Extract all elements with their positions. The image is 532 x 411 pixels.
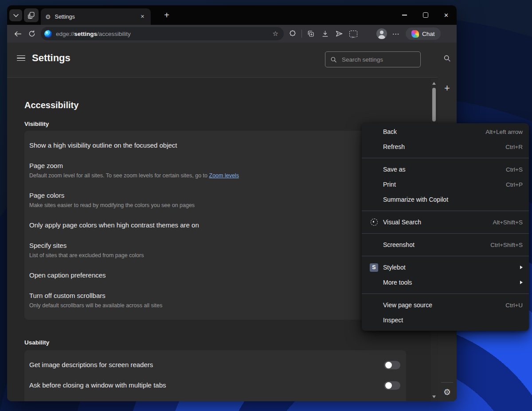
share-icon xyxy=(364,30,372,38)
collections-button[interactable] xyxy=(304,27,318,40)
setting-description: Default zoom level for all sites. To see… xyxy=(29,172,239,180)
menu-item-shortcut: Ctrl+U xyxy=(505,302,523,309)
url-path: /accessibility xyxy=(97,31,131,37)
tab-close-icon[interactable]: ✕ xyxy=(139,13,146,20)
setting-row[interactable]: Get image descriptions for screen reader… xyxy=(24,355,406,375)
refresh-button[interactable] xyxy=(25,27,39,40)
menu-item-more-tools[interactable]: More tools xyxy=(362,275,529,290)
refresh-icon xyxy=(28,30,35,37)
setting-title: Ask before closing a window with multipl… xyxy=(29,381,166,390)
scroll-down-arrow-icon[interactable] xyxy=(432,395,436,398)
menu-item-back[interactable]: Back Alt+Left arrow xyxy=(362,124,529,139)
tab-actions-menu-button[interactable] xyxy=(9,9,22,21)
setting-row[interactable]: Specify sites List of sites that are exc… xyxy=(24,235,406,265)
url-host: settings xyxy=(74,31,97,37)
address-bar[interactable]: edge://settings/accessibility ☆ xyxy=(41,27,284,40)
search-icon xyxy=(443,55,451,62)
setting-row[interactable]: Only apply page colors when high contras… xyxy=(24,215,406,235)
menu-item-inspect[interactable]: Inspect xyxy=(362,313,529,328)
description-text: Default zoom level for all sites. To see… xyxy=(29,172,209,179)
minimize-icon xyxy=(402,15,407,15)
section-heading-usability: Usability xyxy=(24,339,49,346)
setting-row[interactable]: Page zoom Default zoom level for all sit… xyxy=(24,156,406,185)
setting-title: Page zoom xyxy=(29,161,239,170)
maximize-icon xyxy=(423,12,428,18)
web-capture-button[interactable]: ✂ xyxy=(346,27,360,40)
setting-row[interactable]: Open caption preferences xyxy=(24,265,406,286)
menu-item-screenshot[interactable]: Screenshot Ctrl+Shift+S xyxy=(362,237,529,252)
settings-and-more-button[interactable]: ⋯ xyxy=(389,27,403,40)
zoom-levels-link[interactable]: Zoom levels xyxy=(209,172,239,179)
new-tab-button[interactable]: + xyxy=(160,9,173,21)
setting-row[interactable] xyxy=(24,395,406,401)
menu-item-save-as[interactable]: Save as Ctrl+S xyxy=(362,162,529,177)
url-text[interactable]: edge://settings/accessibility xyxy=(56,31,131,37)
submenu-arrow-icon xyxy=(520,281,523,284)
send-button[interactable] xyxy=(332,27,346,40)
downloads-button[interactable] xyxy=(318,27,332,40)
menu-item-shortcut: Alt+Left arrow xyxy=(485,129,523,135)
extensions-button[interactable] xyxy=(286,27,300,40)
menu-item-summarize-with-copilot[interactable]: Summarize with Copilot xyxy=(362,192,529,207)
menu-item-label: More tools xyxy=(383,279,412,286)
setting-row[interactable]: Page colors Make sites easier to read by… xyxy=(24,185,406,215)
setting-row[interactable]: Ask before closing a window with multipl… xyxy=(24,375,406,395)
stylebot-badge: S xyxy=(370,263,378,272)
chat-label: Chat xyxy=(422,31,435,37)
scroll-up-arrow-icon[interactable] xyxy=(432,82,436,85)
menu-divider xyxy=(362,158,529,158)
settings-page-header: Settings xyxy=(7,43,457,78)
minimize-button[interactable] xyxy=(394,5,415,25)
setting-row[interactable]: Show a high visibility outline on the fo… xyxy=(24,135,406,156)
workspaces-icon xyxy=(27,12,35,19)
toolbar: edge://settings/accessibility ☆ ✂ ⋯ xyxy=(7,25,457,43)
scrollbar-thumb[interactable] xyxy=(432,88,436,121)
menu-item-print[interactable]: Print Ctrl+P xyxy=(362,177,529,192)
setting-row[interactable]: Turn off custom scrollbars Only default … xyxy=(24,286,406,315)
back-arrow-icon xyxy=(14,31,22,37)
web-capture-icon: ✂ xyxy=(349,31,357,37)
settings-search-box[interactable] xyxy=(325,51,421,67)
setting-description: Make sites easier to read by modifying t… xyxy=(29,202,195,209)
copilot-chat-button[interactable]: Chat xyxy=(406,27,441,40)
sidebar-search-button[interactable] xyxy=(438,52,457,64)
settings-search-input[interactable] xyxy=(341,56,415,63)
setting-title: Get image descriptions for screen reader… xyxy=(29,360,153,369)
menu-item-refresh[interactable]: Refresh Ctrl+R xyxy=(362,139,529,154)
stylebot-icon: S xyxy=(369,262,379,273)
extensions-icon xyxy=(289,30,297,38)
menu-item-label: Print xyxy=(383,181,396,188)
profile-button[interactable] xyxy=(375,27,389,40)
ellipsis-icon: ⋯ xyxy=(392,30,400,38)
section-heading-visibility: Visibility xyxy=(24,121,49,127)
menu-divider xyxy=(362,256,529,256)
search-icon xyxy=(330,56,337,63)
setting-title: Page colors xyxy=(29,191,195,200)
setting-description: List of sites that are excluded from pag… xyxy=(29,252,144,259)
menu-item-label: View page source xyxy=(383,301,432,309)
setting-title: Only apply page colors when high contras… xyxy=(29,221,199,230)
hamburger-menu-icon[interactable] xyxy=(17,55,25,61)
download-icon xyxy=(321,30,329,38)
share-button[interactable] xyxy=(360,27,375,40)
close-button[interactable]: ✕ xyxy=(436,5,457,25)
tab-settings[interactable]: ⚙ Settings ✕ xyxy=(41,8,151,25)
collections-icon xyxy=(307,30,315,38)
menu-item-label: Summarize with Copilot xyxy=(383,196,448,203)
menu-divider xyxy=(362,294,529,294)
toggle-off[interactable] xyxy=(384,381,400,390)
back-button[interactable] xyxy=(11,27,25,40)
toggle-off[interactable] xyxy=(384,361,400,369)
chevron-down-icon xyxy=(13,14,19,17)
sidebar-add-button[interactable]: + xyxy=(438,82,457,94)
menu-item-visual-search[interactable]: Visual Search Alt+Shift+S xyxy=(362,215,529,230)
sidebar-settings-button[interactable]: ⚙ xyxy=(438,386,457,398)
menu-item-stylebot[interactable]: S Stylebot xyxy=(362,260,529,275)
settings-nav-title: Settings xyxy=(32,52,70,64)
favorite-star-icon[interactable]: ☆ xyxy=(273,30,278,38)
menu-item-view-page-source[interactable]: View page source Ctrl+U xyxy=(362,297,529,313)
menu-item-label: Inspect xyxy=(383,317,403,324)
submenu-arrow-icon xyxy=(520,266,523,269)
maximize-button[interactable] xyxy=(415,5,436,25)
workspaces-button[interactable] xyxy=(24,8,39,22)
